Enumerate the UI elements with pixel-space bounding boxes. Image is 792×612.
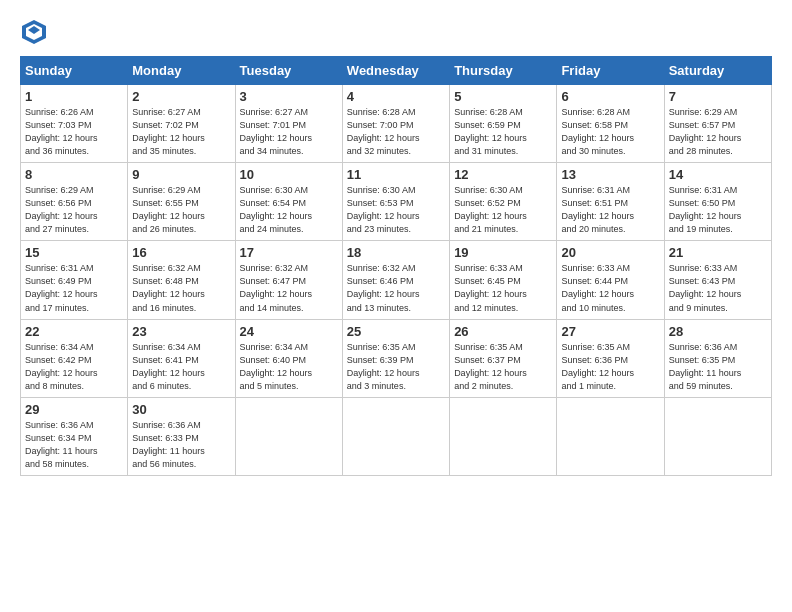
day-info: Sunrise: 6:33 AM Sunset: 6:45 PM Dayligh… <box>454 262 552 314</box>
day-cell: 8Sunrise: 6:29 AM Sunset: 6:56 PM Daylig… <box>21 163 128 241</box>
day-cell: 7Sunrise: 6:29 AM Sunset: 6:57 PM Daylig… <box>664 85 771 163</box>
day-number: 19 <box>454 245 552 260</box>
day-info: Sunrise: 6:35 AM Sunset: 6:37 PM Dayligh… <box>454 341 552 393</box>
col-header-wednesday: Wednesday <box>342 57 449 85</box>
day-info: Sunrise: 6:28 AM Sunset: 6:59 PM Dayligh… <box>454 106 552 158</box>
day-number: 21 <box>669 245 767 260</box>
day-cell: 16Sunrise: 6:32 AM Sunset: 6:48 PM Dayli… <box>128 241 235 319</box>
day-cell: 28Sunrise: 6:36 AM Sunset: 6:35 PM Dayli… <box>664 319 771 397</box>
day-number: 17 <box>240 245 338 260</box>
logo-icon <box>20 18 48 46</box>
col-header-monday: Monday <box>128 57 235 85</box>
page: SundayMondayTuesdayWednesdayThursdayFrid… <box>0 0 792 612</box>
day-number: 23 <box>132 324 230 339</box>
day-info: Sunrise: 6:34 AM Sunset: 6:42 PM Dayligh… <box>25 341 123 393</box>
day-number: 4 <box>347 89 445 104</box>
day-cell: 24Sunrise: 6:34 AM Sunset: 6:40 PM Dayli… <box>235 319 342 397</box>
day-number: 13 <box>561 167 659 182</box>
day-info: Sunrise: 6:31 AM Sunset: 6:49 PM Dayligh… <box>25 262 123 314</box>
day-cell: 2Sunrise: 6:27 AM Sunset: 7:02 PM Daylig… <box>128 85 235 163</box>
day-cell: 10Sunrise: 6:30 AM Sunset: 6:54 PM Dayli… <box>235 163 342 241</box>
day-info: Sunrise: 6:27 AM Sunset: 7:02 PM Dayligh… <box>132 106 230 158</box>
day-number: 25 <box>347 324 445 339</box>
day-cell: 23Sunrise: 6:34 AM Sunset: 6:41 PM Dayli… <box>128 319 235 397</box>
day-info: Sunrise: 6:35 AM Sunset: 6:36 PM Dayligh… <box>561 341 659 393</box>
day-cell: 17Sunrise: 6:32 AM Sunset: 6:47 PM Dayli… <box>235 241 342 319</box>
day-cell <box>450 397 557 475</box>
day-info: Sunrise: 6:30 AM Sunset: 6:53 PM Dayligh… <box>347 184 445 236</box>
day-number: 5 <box>454 89 552 104</box>
day-cell <box>342 397 449 475</box>
day-cell: 3Sunrise: 6:27 AM Sunset: 7:01 PM Daylig… <box>235 85 342 163</box>
day-cell: 27Sunrise: 6:35 AM Sunset: 6:36 PM Dayli… <box>557 319 664 397</box>
day-number: 14 <box>669 167 767 182</box>
day-cell <box>557 397 664 475</box>
day-info: Sunrise: 6:28 AM Sunset: 6:58 PM Dayligh… <box>561 106 659 158</box>
day-cell: 30Sunrise: 6:36 AM Sunset: 6:33 PM Dayli… <box>128 397 235 475</box>
day-cell: 18Sunrise: 6:32 AM Sunset: 6:46 PM Dayli… <box>342 241 449 319</box>
day-cell: 22Sunrise: 6:34 AM Sunset: 6:42 PM Dayli… <box>21 319 128 397</box>
day-number: 16 <box>132 245 230 260</box>
week-row-4: 22Sunrise: 6:34 AM Sunset: 6:42 PM Dayli… <box>21 319 772 397</box>
day-number: 6 <box>561 89 659 104</box>
calendar-header-row: SundayMondayTuesdayWednesdayThursdayFrid… <box>21 57 772 85</box>
day-number: 10 <box>240 167 338 182</box>
day-number: 26 <box>454 324 552 339</box>
week-row-5: 29Sunrise: 6:36 AM Sunset: 6:34 PM Dayli… <box>21 397 772 475</box>
week-row-2: 8Sunrise: 6:29 AM Sunset: 6:56 PM Daylig… <box>21 163 772 241</box>
day-cell <box>235 397 342 475</box>
day-cell: 13Sunrise: 6:31 AM Sunset: 6:51 PM Dayli… <box>557 163 664 241</box>
day-cell: 14Sunrise: 6:31 AM Sunset: 6:50 PM Dayli… <box>664 163 771 241</box>
day-info: Sunrise: 6:36 AM Sunset: 6:35 PM Dayligh… <box>669 341 767 393</box>
day-info: Sunrise: 6:35 AM Sunset: 6:39 PM Dayligh… <box>347 341 445 393</box>
col-header-sunday: Sunday <box>21 57 128 85</box>
day-cell: 9Sunrise: 6:29 AM Sunset: 6:55 PM Daylig… <box>128 163 235 241</box>
day-info: Sunrise: 6:36 AM Sunset: 6:33 PM Dayligh… <box>132 419 230 471</box>
day-number: 12 <box>454 167 552 182</box>
day-info: Sunrise: 6:27 AM Sunset: 7:01 PM Dayligh… <box>240 106 338 158</box>
day-number: 27 <box>561 324 659 339</box>
day-info: Sunrise: 6:33 AM Sunset: 6:43 PM Dayligh… <box>669 262 767 314</box>
col-header-saturday: Saturday <box>664 57 771 85</box>
week-row-1: 1Sunrise: 6:26 AM Sunset: 7:03 PM Daylig… <box>21 85 772 163</box>
day-cell: 15Sunrise: 6:31 AM Sunset: 6:49 PM Dayli… <box>21 241 128 319</box>
header <box>20 18 772 46</box>
day-cell: 26Sunrise: 6:35 AM Sunset: 6:37 PM Dayli… <box>450 319 557 397</box>
calendar-table: SundayMondayTuesdayWednesdayThursdayFrid… <box>20 56 772 476</box>
col-header-friday: Friday <box>557 57 664 85</box>
day-info: Sunrise: 6:36 AM Sunset: 6:34 PM Dayligh… <box>25 419 123 471</box>
day-cell: 12Sunrise: 6:30 AM Sunset: 6:52 PM Dayli… <box>450 163 557 241</box>
day-number: 30 <box>132 402 230 417</box>
day-info: Sunrise: 6:32 AM Sunset: 6:48 PM Dayligh… <box>132 262 230 314</box>
day-info: Sunrise: 6:34 AM Sunset: 6:40 PM Dayligh… <box>240 341 338 393</box>
day-number: 9 <box>132 167 230 182</box>
day-info: Sunrise: 6:31 AM Sunset: 6:51 PM Dayligh… <box>561 184 659 236</box>
day-number: 7 <box>669 89 767 104</box>
day-number: 8 <box>25 167 123 182</box>
day-info: Sunrise: 6:29 AM Sunset: 6:55 PM Dayligh… <box>132 184 230 236</box>
day-info: Sunrise: 6:33 AM Sunset: 6:44 PM Dayligh… <box>561 262 659 314</box>
day-cell: 11Sunrise: 6:30 AM Sunset: 6:53 PM Dayli… <box>342 163 449 241</box>
day-number: 2 <box>132 89 230 104</box>
week-row-3: 15Sunrise: 6:31 AM Sunset: 6:49 PM Dayli… <box>21 241 772 319</box>
day-info: Sunrise: 6:29 AM Sunset: 6:56 PM Dayligh… <box>25 184 123 236</box>
day-info: Sunrise: 6:31 AM Sunset: 6:50 PM Dayligh… <box>669 184 767 236</box>
day-number: 29 <box>25 402 123 417</box>
logo <box>20 18 52 46</box>
day-info: Sunrise: 6:26 AM Sunset: 7:03 PM Dayligh… <box>25 106 123 158</box>
day-number: 11 <box>347 167 445 182</box>
day-number: 18 <box>347 245 445 260</box>
day-info: Sunrise: 6:30 AM Sunset: 6:54 PM Dayligh… <box>240 184 338 236</box>
col-header-tuesday: Tuesday <box>235 57 342 85</box>
col-header-thursday: Thursday <box>450 57 557 85</box>
day-number: 3 <box>240 89 338 104</box>
day-cell <box>664 397 771 475</box>
day-cell: 6Sunrise: 6:28 AM Sunset: 6:58 PM Daylig… <box>557 85 664 163</box>
day-cell: 5Sunrise: 6:28 AM Sunset: 6:59 PM Daylig… <box>450 85 557 163</box>
day-cell: 21Sunrise: 6:33 AM Sunset: 6:43 PM Dayli… <box>664 241 771 319</box>
day-info: Sunrise: 6:34 AM Sunset: 6:41 PM Dayligh… <box>132 341 230 393</box>
day-info: Sunrise: 6:30 AM Sunset: 6:52 PM Dayligh… <box>454 184 552 236</box>
day-cell: 4Sunrise: 6:28 AM Sunset: 7:00 PM Daylig… <box>342 85 449 163</box>
day-number: 20 <box>561 245 659 260</box>
day-cell: 25Sunrise: 6:35 AM Sunset: 6:39 PM Dayli… <box>342 319 449 397</box>
